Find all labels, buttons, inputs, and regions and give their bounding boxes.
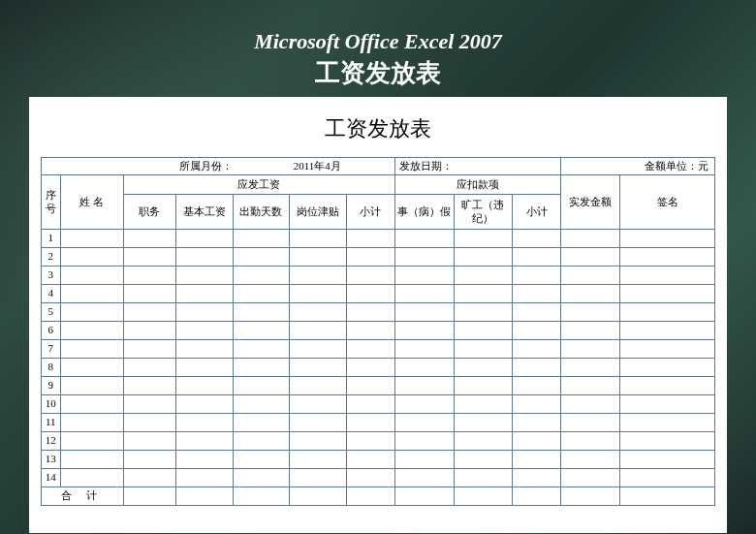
- cell: [513, 469, 561, 487]
- table-row: 6: [42, 322, 715, 340]
- cell: [394, 432, 454, 451]
- row-seq: 6: [42, 322, 61, 340]
- cell: [454, 230, 513, 248]
- cell: [123, 414, 175, 432]
- cell: [394, 322, 454, 340]
- cell: [394, 414, 454, 432]
- cell: [346, 340, 394, 359]
- cell: [394, 230, 454, 248]
- cell: [454, 285, 513, 303]
- cell: [394, 469, 454, 487]
- cell: [60, 432, 123, 451]
- table-row: 8: [42, 359, 715, 377]
- cell: [454, 451, 513, 469]
- cell: [561, 230, 620, 248]
- spreadsheet: 工资发放表 所属月份： 2011年4月 发放日期： 金额单位：元 序号 姓 名 …: [29, 97, 727, 533]
- cell: [175, 248, 233, 267]
- month-value: 2011年4月: [294, 160, 341, 172]
- cell: [175, 377, 233, 395]
- cell: [233, 248, 290, 267]
- row-seq: 1: [42, 230, 61, 248]
- cell: [123, 248, 175, 267]
- cell: [561, 414, 620, 432]
- cell: [561, 340, 620, 359]
- table-row: 12: [42, 432, 715, 451]
- cell: [346, 469, 394, 487]
- table-row: 2: [42, 248, 715, 267]
- cell: [454, 267, 513, 285]
- cell: [561, 248, 620, 267]
- cell: [346, 414, 394, 432]
- cell: [620, 322, 715, 340]
- cell: [561, 359, 620, 377]
- col-days: 出勤天数: [233, 195, 290, 230]
- cell: [620, 267, 715, 285]
- cell: [394, 340, 454, 359]
- col-job: 职务: [123, 195, 175, 230]
- cell: [394, 285, 454, 303]
- col-name: 姓 名: [60, 175, 123, 230]
- cell: [620, 303, 715, 322]
- col-sub2: 小计: [513, 195, 561, 230]
- cell: [60, 359, 123, 377]
- cell: [290, 322, 347, 340]
- col-seq: 序号: [42, 175, 61, 230]
- cell: [561, 322, 620, 340]
- cell: [561, 377, 620, 395]
- cell: [290, 230, 347, 248]
- cell: [60, 469, 123, 487]
- row-seq: 9: [42, 377, 61, 395]
- cell: [123, 340, 175, 359]
- cell: [513, 414, 561, 432]
- cell: [290, 303, 347, 322]
- cell: [290, 267, 347, 285]
- cell: [233, 285, 290, 303]
- row-seq: 12: [42, 432, 61, 451]
- row-seq: 7: [42, 340, 61, 359]
- cell: [620, 230, 715, 248]
- month-label: 所属月份：: [179, 160, 233, 172]
- cell: [233, 432, 290, 451]
- cell: [233, 322, 290, 340]
- cell: [60, 377, 123, 395]
- cell: [290, 451, 347, 469]
- cell: [290, 377, 347, 395]
- cell: [60, 395, 123, 414]
- sheet-title: 工资发放表: [41, 107, 715, 157]
- cell: [175, 359, 233, 377]
- cell: [175, 322, 233, 340]
- cell: [394, 248, 454, 267]
- cell: [123, 469, 175, 487]
- info-row: 所属月份： 2011年4月 发放日期： 金额单位：元: [42, 158, 715, 175]
- cell: [561, 267, 620, 285]
- cell: [561, 285, 620, 303]
- table-row: 13: [42, 451, 715, 469]
- col-absent: 旷工（违纪）: [454, 195, 513, 230]
- cell: [123, 451, 175, 469]
- cell: [513, 377, 561, 395]
- cell: [175, 230, 233, 248]
- cell: [233, 230, 290, 248]
- cell: [454, 432, 513, 451]
- header-row-1: 序号 姓 名 应发工资 应扣款项 实发金额 签名: [42, 175, 715, 195]
- cell: [60, 285, 123, 303]
- cell: [513, 230, 561, 248]
- cell: [123, 303, 175, 322]
- cell: [454, 248, 513, 267]
- cell: [394, 359, 454, 377]
- cell: [620, 395, 715, 414]
- cell: [175, 285, 233, 303]
- col-leave: 事（病）假: [394, 195, 454, 230]
- cell: [620, 285, 715, 303]
- cell: [513, 359, 561, 377]
- cell: [60, 451, 123, 469]
- col-payable-group: 应发工资: [123, 175, 394, 195]
- cell: [123, 285, 175, 303]
- row-seq: 3: [42, 267, 61, 285]
- table-row: 3: [42, 267, 715, 285]
- cell: [620, 414, 715, 432]
- cell: [394, 267, 454, 285]
- table-row: 4: [42, 285, 715, 303]
- cell: [346, 432, 394, 451]
- row-seq: 8: [42, 359, 61, 377]
